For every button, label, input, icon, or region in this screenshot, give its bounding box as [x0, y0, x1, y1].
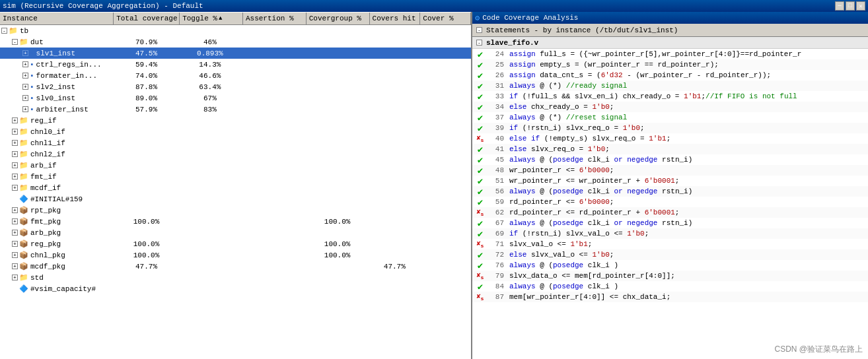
expand-button[interactable]: +	[22, 84, 28, 90]
expand-button[interactable]: +	[12, 174, 18, 180]
col-assertion[interactable]: Assertion %	[243, 13, 307, 24]
tree-cell-covershit	[369, 148, 420, 160]
minimize-button[interactable]: ─	[835, 1, 844, 11]
code-line[interactable]: ✘s62rd_pointer_r <= rd_pointer_r + 6'b00…	[472, 207, 868, 218]
tree-row[interactable]: +▪arbiter_inst57.9%83%	[0, 104, 471, 115]
code-line[interactable]: ✔72else slvx_val_o <= 1'b0;	[472, 249, 868, 260]
col-covergroup[interactable]: Covergroup %	[307, 13, 370, 24]
expand-button[interactable]: +	[22, 61, 28, 67]
tree-cell-assertion	[242, 238, 305, 249]
code-line[interactable]: ✔34else chx_ready_o = 1'b0;	[472, 102, 868, 112]
collapse-panel-btn[interactable]: -	[476, 27, 482, 33]
tree-row[interactable]: +📦chnl_pkg100.0%100.0%	[0, 249, 471, 261]
tree-row[interactable]: +📁arb_if	[0, 160, 471, 171]
expand-button[interactable]: +	[22, 50, 28, 56]
tree-row[interactable]: -📁tb	[0, 25, 471, 36]
code-content[interactable]: ✔24assign full_s = ({~wr_pointer_r[5],wr…	[472, 49, 868, 359]
expand-button[interactable]: +	[12, 162, 18, 168]
expand-button[interactable]: +	[22, 73, 28, 79]
code-line[interactable]: ✔51wr_pointer_r <= wr_pointer_r + 6'b000…	[472, 176, 868, 186]
code-line[interactable]: ✔26assign data_cnt_s = (6'd32 - (wr_poin…	[472, 70, 868, 81]
tree-content[interactable]: -📁tb-📁dut70.9%46%+▪slv1_inst47.5%0.893%+…	[0, 25, 471, 359]
tree-cell-coverp	[420, 137, 471, 148]
line-code-text: assign empty_s = (wr_pointer_r == rd_poi…	[507, 61, 868, 69]
col-covershit[interactable]: Covers hit	[370, 13, 421, 24]
tree-row[interactable]: +📦reg_pkg100.0%100.0%	[0, 238, 471, 249]
expand-button[interactable]: +	[22, 95, 28, 101]
tree-item-label: arb_pkg	[30, 229, 61, 237]
tree-cell-covershit	[369, 227, 420, 238]
tree-row[interactable]: -📁dut70.9%46%	[0, 36, 471, 48]
code-line[interactable]: ✔69if (!rstn_i) slvx_val_o <= 1'b0;	[472, 228, 868, 239]
tree-row[interactable]: +📦mcdf_pkg47.7%47.7%	[0, 261, 471, 272]
code-line[interactable]: ✔31always @ (*) //ready signal	[472, 81, 868, 91]
tree-row[interactable]: +📁mcdf_if	[0, 182, 471, 193]
code-line[interactable]: ✘s40else if (!empty_s) slvx_req_o = 1'b1…	[472, 133, 868, 144]
tree-row[interactable]: 🔷#vsim_capacity#	[0, 283, 471, 294]
code-line[interactable]: ✔25assign empty_s = (wr_pointer_r == rd_…	[472, 59, 868, 70]
package-icon: 📦	[19, 240, 28, 248]
tree-row[interactable]: +📦fmt_pkg100.0%100.0%	[0, 216, 471, 227]
code-line[interactable]: ✘s71slvx_val_o <= 1'b1;	[472, 239, 868, 249]
expand-button[interactable]: +	[12, 207, 18, 213]
expand-button[interactable]: +	[12, 252, 18, 258]
line-number: 56	[488, 187, 507, 195]
expand-button[interactable]: +	[12, 140, 18, 146]
code-line[interactable]: ✔67always @ (posedge clk_i or negedge rs…	[472, 218, 868, 228]
expand-button[interactable]: +	[22, 106, 28, 112]
tree-row[interactable]: +📦arb_pkg	[0, 227, 471, 238]
code-line[interactable]: ✔56always @ (posedge clk_i or negedge rs…	[472, 186, 868, 197]
tree-row[interactable]: +📁chnl1_if	[0, 137, 471, 148]
collapse-file-btn[interactable]: -	[476, 40, 482, 46]
code-line[interactable]: ✔24assign full_s = ({~wr_pointer_r[5],wr…	[472, 49, 868, 59]
code-line[interactable]: ✘s87mem[wr_pointer_r[4:0]] <= chx_data_i…	[472, 292, 868, 302]
expand-button[interactable]: +	[12, 263, 18, 269]
cross-icon: ✘s	[472, 271, 488, 280]
tree-row[interactable]: +📦rpt_pkg	[0, 205, 471, 216]
expand-button[interactable]: -	[12, 39, 18, 45]
col-toggle[interactable]: Toggle % ▲	[180, 13, 243, 24]
expand-button[interactable]: +	[12, 241, 18, 247]
code-line[interactable]: ✔33if (!full_s && slvx_en_i) chx_ready_o…	[472, 91, 868, 102]
maximize-button[interactable]: □	[846, 1, 855, 11]
col-coverp[interactable]: Cover %	[420, 13, 471, 24]
col-total[interactable]: Total coverage	[114, 13, 180, 24]
left-panel: Instance Total coverage Toggle % ▲ Asser…	[0, 12, 472, 359]
tree-cell-covergroup	[305, 283, 369, 294]
expand-button[interactable]: -	[1, 28, 7, 34]
tree-cell-assertion	[242, 36, 305, 48]
tree-row[interactable]: +📁chnl2_if	[0, 148, 471, 160]
code-line[interactable]: ✔76always @ (posedge clk_i )	[472, 260, 868, 271]
code-line[interactable]: ✔39if (!rstn_i) slvx_req_o = 1'b0;	[472, 123, 868, 133]
expand-button[interactable]: +	[12, 129, 18, 135]
expand-button[interactable]: +	[12, 218, 18, 224]
tree-row[interactable]: +📁reg_if	[0, 115, 471, 126]
tree-item-label: chnl2_if	[30, 150, 65, 158]
code-line[interactable]: ✘s79slvx_data_o <= mem[rd_pointer_r[4:0]…	[472, 271, 868, 281]
tree-row[interactable]: 🔷#INITIAL#159	[0, 193, 471, 205]
tree-row[interactable]: +▪slv2_inst87.8%63.4%	[0, 81, 471, 92]
col-instance[interactable]: Instance	[0, 13, 114, 24]
line-code-text: always @ (posedge clk_i or negedge rstn_…	[507, 219, 868, 227]
tree-row[interactable]: +▪ctrl_regs_in...59.4%14.3%	[0, 59, 471, 70]
code-line[interactable]: ✔41else slvx_req_o = 1'b0;	[472, 144, 868, 154]
expand-button[interactable]: +	[12, 230, 18, 236]
expand-button[interactable]: +	[12, 151, 18, 157]
tree-row[interactable]: +📁std	[0, 272, 471, 283]
code-line[interactable]: ✔45always @ (posedge clk_i or negedge rs…	[472, 154, 868, 165]
tree-row[interactable]: +▪formater_in...74.0%46.6%	[0, 70, 471, 81]
expand-button[interactable]: +	[12, 117, 18, 123]
expand-button[interactable]: +	[12, 275, 18, 280]
tree-row[interactable]: +📁fmt_if	[0, 171, 471, 182]
tree-cell-covershit	[369, 104, 420, 115]
close-button[interactable]: ✕	[856, 1, 865, 11]
code-line[interactable]: ✔59rd_pointer_r <= 6'b0000;	[472, 197, 868, 207]
expand-button[interactable]: +	[12, 185, 18, 191]
tree-row[interactable]: +▪slv1_inst47.5%0.893%	[0, 48, 471, 59]
code-line[interactable]: ✔84always @ (posedge clk_i )	[472, 281, 868, 292]
code-line[interactable]: ✔37always @ (*) //reset signal	[472, 112, 868, 123]
tree-row[interactable]: +📁chnl0_if	[0, 126, 471, 137]
tree-row[interactable]: +▪slv0_inst89.0%67%	[0, 92, 471, 104]
code-line[interactable]: ✔48wr_pointer_r <= 6'b0000;	[472, 165, 868, 176]
line-code-text: else if (!empty_s) slvx_req_o = 1'b1;	[507, 135, 868, 143]
